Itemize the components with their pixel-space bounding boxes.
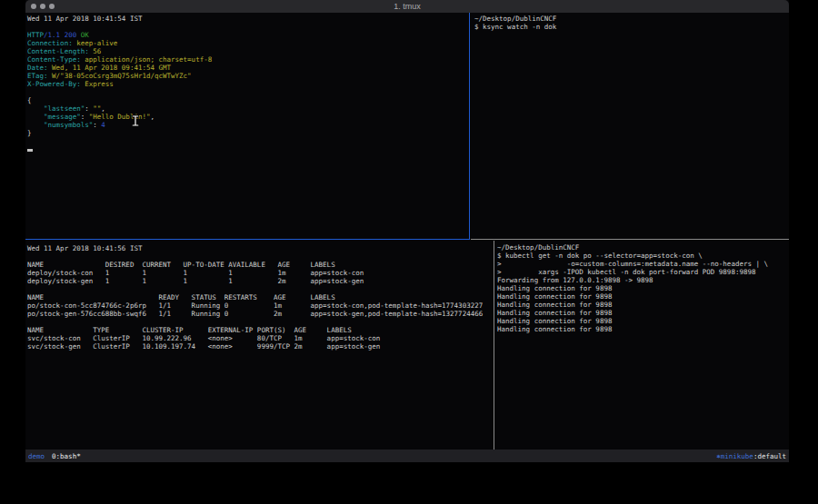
terminal-window: 1. tmux Wed 11 Apr 2018 10:41:54 IST HTT… — [25, 0, 789, 462]
terminal-line: NAME READY STATUS RESTARTS AGE LABELS — [27, 293, 494, 301]
window-title: 1. tmux — [25, 2, 789, 11]
terminal-line: NAME DESIRED CURRENT UP-TO-DATE AVAILABL… — [27, 261, 494, 269]
zoom-button[interactable] — [49, 4, 55, 9]
terminal-line: Handling connection for 9898 — [497, 325, 789, 333]
terminal-line — [27, 137, 469, 145]
terminal-line: po/stock-gen-576cc688bb-swqf6 1/1 Runnin… — [27, 310, 494, 318]
desktop-screen: 1. tmux Wed 11 Apr 2018 10:41:54 IST HTT… — [0, 0, 818, 504]
terminal-line: Wed 11 Apr 2018 10:41:56 IST — [27, 244, 494, 252]
terminal-line: $ kubectl get -n dok po --selector=app=s… — [497, 252, 789, 260]
terminal-line: Wed 11 Apr 2018 10:41:54 IST — [27, 15, 469, 23]
terminal-line — [27, 145, 469, 153]
terminal-line: ETag: W/"38-05coCsrg3mQ75sHr1d/qcWTwYZc" — [27, 72, 469, 80]
pane-top-left-http-response[interactable]: Wed 11 Apr 2018 10:41:54 IST HTTP/1.1 20… — [25, 13, 470, 240]
terminal-line: HTTP/1.1 200 OK — [27, 31, 469, 39]
terminal-line: Handling connection for 9898 — [497, 317, 789, 325]
text-ibeam-cursor-icon — [132, 113, 139, 130]
terminal-line: X-Powered-By: Express — [27, 80, 469, 88]
terminal-line: ~/Desktop/DublinCNCF — [497, 243, 789, 252]
terminal-line: "message": "Hello Dublin!", — [27, 113, 469, 121]
kube-namespace: :default — [753, 452, 786, 460]
terminal-line: > xargs -IPOD kubectl -n dok port-forwar… — [497, 268, 789, 276]
terminal-line: $ ksync watch -n dok — [474, 23, 789, 31]
terminal-line: ~/Desktop/DublinCNCF — [474, 15, 789, 23]
terminal-line — [27, 88, 469, 96]
traffic-lights — [25, 4, 55, 9]
terminal-line — [27, 318, 494, 326]
window-titlebar: 1. tmux — [25, 0, 789, 13]
terminal-line: "numsymbols": 4 — [27, 121, 469, 129]
minimize-button[interactable] — [40, 4, 45, 9]
terminal-line: { — [27, 96, 469, 104]
session-name: demo — [28, 452, 45, 460]
terminal-line: svc/stock-con ClusterIP 10.99.222.96 <no… — [27, 334, 494, 342]
terminal-line: deploy/stock-gen 1 1 1 1 2m app=stock-ge… — [27, 277, 494, 285]
terminal-line: Forwarding from 127.0.0.1:9898 -> 9898 — [497, 276, 789, 284]
terminal-line — [27, 285, 494, 293]
terminal-line: } — [27, 129, 469, 137]
terminal-line: Date: Wed, 11 Apr 2018 09:41:54 GMT — [27, 64, 469, 72]
terminal-line — [27, 252, 494, 261]
kube-context: minikube — [721, 452, 753, 460]
terminal-line — [27, 23, 469, 31]
terminal-line: Handling connection for 9898 — [497, 301, 789, 309]
status-right: ⎈ minikube :default — [716, 452, 786, 460]
terminal-line: NAME TYPE CLUSTER-IP EXTERNAL-IP PORT(S)… — [27, 326, 494, 334]
terminal-line: Handling connection for 9898 — [497, 284, 789, 292]
pane-bottom-left-kubectl-get[interactable]: Wed 11 Apr 2018 10:41:56 IST NAME DESIRE… — [25, 241, 494, 450]
terminal-line: Handling connection for 9898 — [497, 292, 789, 301]
tmux-panes: Wed 11 Apr 2018 10:41:54 IST HTTP/1.1 20… — [25, 13, 789, 450]
close-button[interactable] — [31, 4, 36, 9]
pane-top-right-ksync[interactable]: ~/Desktop/DublinCNCF$ ksync watch -n dok — [471, 13, 789, 240]
tmux-status-bar: demo 0:bash* ⎈ minikube :default — [25, 450, 789, 462]
window-tab[interactable]: 0:bash* — [52, 452, 81, 460]
terminal-line: Content-Length: 56 — [27, 47, 469, 55]
terminal-line: > -o=custom-columns=:metadata.name --no-… — [497, 260, 789, 268]
terminal-line: svc/stock-gen ClusterIP 10.109.197.74 <n… — [27, 342, 494, 351]
terminal-line: po/stock-con-5cc874766c-2p6rp 1/1 Runnin… — [27, 301, 494, 310]
terminal-line: deploy/stock-con 1 1 1 1 1m app=stock-co… — [27, 269, 494, 277]
pane-bottom-right-port-forward[interactable]: ~/Desktop/DublinCNCF$ kubectl get -n dok… — [495, 241, 789, 450]
terminal-line: Handling connection for 9898 — [497, 309, 789, 317]
terminal-line: "lastseen": "", — [27, 104, 469, 113]
status-left: demo 0:bash* — [28, 452, 81, 460]
terminal-line: Connection: keep-alive — [27, 39, 469, 47]
terminal-line: Content-Type: application/json; charset=… — [27, 55, 469, 64]
